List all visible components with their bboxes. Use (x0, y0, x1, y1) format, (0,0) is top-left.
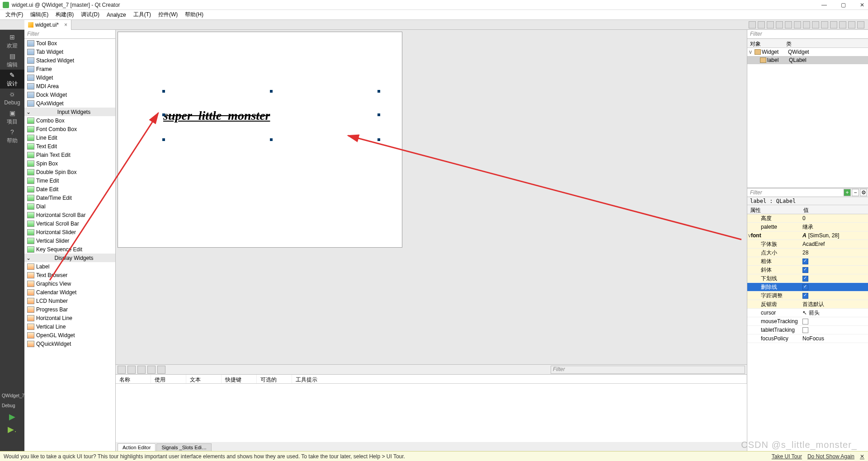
menu-analyze[interactable]: Analyze (104, 11, 129, 19)
selection-handle[interactable] (270, 90, 273, 93)
toolbar-btn[interactable] (776, 21, 783, 28)
build-config[interactable]: Debug (0, 400, 24, 410)
action-filter-input[interactable]: Filter (551, 366, 745, 374)
widget-filter-input[interactable]: Filter (24, 30, 115, 39)
action-icon[interactable] (127, 366, 136, 374)
checkbox[interactable] (802, 319, 808, 325)
object-filter-input[interactable]: Filter (747, 30, 868, 39)
dismiss-tour-button[interactable]: Do Not Show Again (807, 453, 854, 460)
property-value[interactable]: 0 (801, 215, 868, 221)
action-col-checkable[interactable]: 可选的 (257, 375, 292, 383)
prop-hdr-attr[interactable]: 属性 (747, 205, 801, 214)
action-table[interactable]: 名称 使用 文本 快捷键 可选的 工具提示 (116, 374, 747, 442)
widget-item[interactable]: Tool Box (24, 39, 115, 47)
selection-handle[interactable] (377, 90, 380, 93)
menu-tools[interactable]: 工具(T) (131, 10, 154, 19)
widget-item[interactable]: Vertical Line (24, 322, 115, 331)
mode-debug[interactable]: ⛭Debug (0, 89, 24, 108)
file-tab[interactable]: widget.ui* × (24, 20, 71, 30)
expand-icon[interactable]: v (749, 49, 754, 55)
window-minimize-icon[interactable]: — (821, 2, 827, 8)
property-row[interactable]: 反锯齿首选默认 (747, 300, 868, 309)
run-debug-button[interactable]: ▶. (0, 423, 24, 436)
property-value[interactable]: 28 (801, 249, 868, 256)
toolbar-btn[interactable] (848, 21, 855, 28)
action-col-shortcut[interactable]: 快捷键 (222, 375, 257, 383)
property-value[interactable]: AcadEref (801, 241, 868, 247)
toolbar-btn[interactable] (821, 21, 828, 28)
toolbar-btn[interactable] (794, 21, 801, 28)
property-row[interactable]: 删除线 (747, 283, 868, 292)
property-row[interactable]: 高度0 (747, 214, 868, 223)
widget-item[interactable]: Tab Widget (24, 47, 115, 56)
menu-file[interactable]: 文件(F) (3, 10, 26, 19)
property-value[interactable] (801, 293, 868, 299)
selection-handle[interactable] (270, 138, 273, 141)
window-close-icon[interactable]: ✕ (859, 2, 865, 8)
property-value[interactable]: 继承 (801, 223, 868, 231)
widget-item[interactable]: Widget (24, 73, 115, 82)
property-value[interactable] (801, 267, 868, 273)
widget-item[interactable]: MDI Area (24, 82, 115, 90)
property-value[interactable]: NoFocus (801, 335, 868, 342)
menu-widgets[interactable]: 控件(W) (156, 10, 180, 19)
checkbox[interactable] (802, 284, 808, 290)
new-action-icon[interactable] (118, 366, 126, 374)
obj-hdr-class[interactable]: 类 (783, 39, 794, 47)
toolbar-btn[interactable] (758, 21, 765, 28)
widget-item[interactable]: LCD Number (24, 296, 115, 305)
mode-edit[interactable]: ▤编辑 (0, 51, 24, 70)
prop-hdr-value[interactable]: 值 (801, 205, 811, 214)
tab-signals-slots[interactable]: Signals _Slots Edi… (156, 443, 212, 451)
property-filter-input[interactable]: Filter (747, 188, 844, 197)
property-row[interactable]: focusPolicyNoFocus (747, 334, 868, 343)
selection-handle[interactable] (377, 113, 380, 116)
property-value[interactable] (801, 284, 868, 290)
toolbar-btn[interactable] (830, 21, 837, 28)
property-row[interactable]: 点大小28 (747, 249, 868, 257)
close-banner-icon[interactable]: ✕ (860, 453, 864, 460)
remove-property-icon[interactable]: − (852, 189, 859, 196)
widget-item[interactable]: OpenGL Widget (24, 331, 115, 339)
action-icon[interactable] (157, 366, 165, 374)
object-row[interactable]: v Widget QWidget (747, 48, 868, 56)
property-row[interactable]: mouseTracking (747, 317, 868, 326)
action-col-tooltip[interactable]: 工具提示 (292, 375, 747, 383)
action-col-used[interactable]: 使用 (151, 375, 186, 383)
tab-action-editor[interactable]: Action Editor (118, 443, 156, 451)
action-icon[interactable] (147, 366, 156, 374)
mode-projects[interactable]: ▣项目 (0, 108, 24, 127)
property-row[interactable]: 斜体 (747, 266, 868, 274)
toolbar-btn[interactable] (812, 21, 819, 28)
property-row[interactable]: vfontA[SimSun, 28] (747, 231, 868, 240)
menu-edit[interactable]: 编辑(E) (28, 10, 51, 19)
property-row[interactable]: 字距调整 (747, 292, 868, 300)
property-row[interactable]: 字体族AcadEref (747, 240, 868, 249)
action-col-name[interactable]: 名称 (116, 375, 151, 383)
checkbox[interactable] (802, 267, 808, 273)
property-value[interactable] (801, 276, 868, 282)
menu-build[interactable]: 构建(B) (53, 10, 76, 19)
toolbar-btn[interactable] (767, 21, 774, 28)
checkbox[interactable] (802, 293, 808, 299)
toolbar-btn[interactable] (857, 21, 864, 28)
toolbar-btn[interactable] (785, 21, 792, 28)
property-row[interactable]: 粗体 (747, 257, 868, 266)
widget-item[interactable]: Stacked Widget (24, 56, 115, 65)
menu-help[interactable]: 帮助(H) (182, 10, 206, 19)
take-tour-button[interactable]: Take UI Tour (772, 453, 802, 460)
mode-design[interactable]: ✎设计 (0, 70, 24, 89)
object-row[interactable]: label QLabel (747, 56, 868, 64)
property-row[interactable]: cursor↖箭头 (747, 309, 868, 317)
widget-item[interactable]: Frame (24, 65, 115, 73)
property-value[interactable] (801, 319, 868, 325)
widget-item[interactable]: Progress Bar (24, 305, 115, 314)
menu-debug[interactable]: 调试(D) (78, 10, 102, 19)
mode-welcome[interactable]: ⊞欢迎 (0, 32, 24, 51)
property-value[interactable]: A[SimSun, 28] (801, 232, 868, 239)
property-value[interactable]: ↖箭头 (801, 309, 868, 317)
property-value[interactable] (801, 259, 868, 264)
property-row[interactable]: tabletTracking (747, 326, 868, 334)
toolbar-btn[interactable] (803, 21, 810, 28)
file-tab-close-icon[interactable]: × (64, 22, 67, 28)
